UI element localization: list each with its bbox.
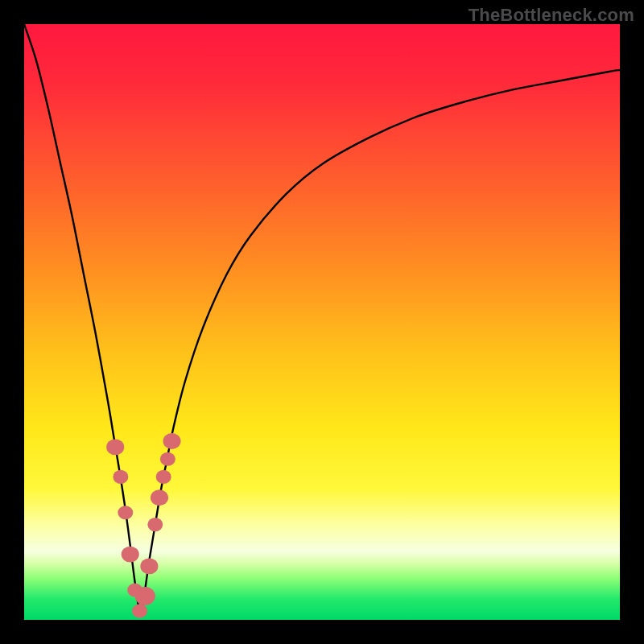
chart-frame: TheBottleneck.com (0, 0, 644, 644)
watermark-text: TheBottleneck.com (469, 5, 634, 26)
curve-marker (118, 506, 133, 519)
plot-area (24, 24, 620, 620)
marker-group (106, 433, 180, 617)
curve-marker (106, 439, 124, 455)
curve-marker (151, 489, 168, 506)
curve-marker (113, 470, 128, 484)
curve-marker (122, 547, 139, 563)
curve-marker (132, 604, 147, 617)
markers-layer (24, 24, 620, 620)
curve-marker (160, 452, 175, 466)
curve-marker (156, 470, 171, 484)
curve-marker (163, 433, 180, 449)
curve-marker (140, 558, 158, 574)
curve-marker (135, 587, 155, 605)
curve-marker (147, 518, 163, 531)
